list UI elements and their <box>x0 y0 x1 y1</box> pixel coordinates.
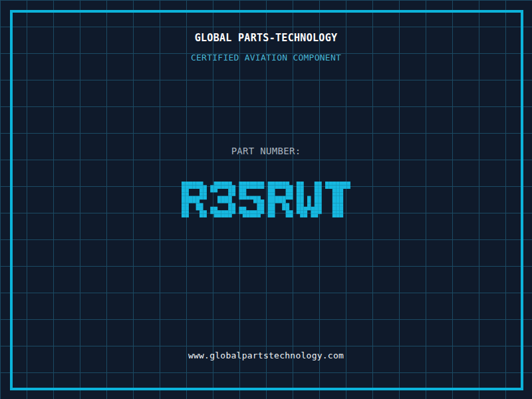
certification-subtitle: CERTIFIED AVIATION COMPONENT <box>0 53 532 63</box>
part-certificate-screen: GLOBAL PARTS-TECHNOLOGY CERTIFIED AVIATI… <box>0 0 532 399</box>
website-url: www.globalpartstechnology.com <box>0 350 532 361</box>
part-number-value <box>0 182 532 217</box>
part-number-label: PART NUMBER: <box>0 146 532 157</box>
company-name: GLOBAL PARTS-TECHNOLOGY <box>0 32 532 44</box>
